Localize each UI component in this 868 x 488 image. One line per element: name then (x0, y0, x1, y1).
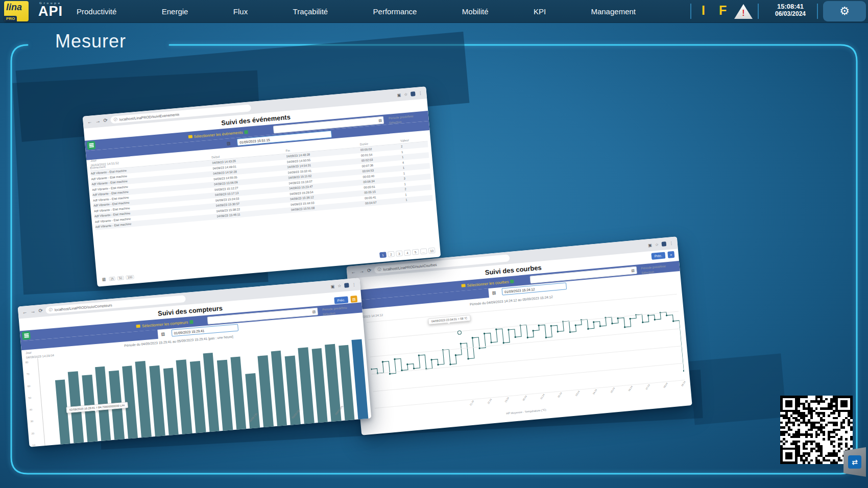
nav-item[interactable]: Flux (233, 7, 248, 16)
pagination: 12345…10 (379, 248, 436, 258)
calendar-icon[interactable]: ▧ (631, 269, 635, 273)
prev-button[interactable]: Préc. (334, 296, 348, 304)
extension-icon[interactable]: ▣ (397, 92, 401, 97)
next-button[interactable]: » (667, 251, 674, 258)
forward-icon[interactable]: → (359, 269, 365, 274)
lina-pro-logo: lina PRO (4, 1, 29, 21)
y-tick: 10 (32, 444, 35, 447)
pagination-item[interactable]: 4 (404, 250, 411, 256)
menu-icon[interactable]: ⋮ (418, 90, 423, 95)
warning-mark: ! (742, 8, 744, 19)
profile-avatar[interactable] (411, 91, 416, 96)
nav-item[interactable]: Energie (162, 7, 188, 16)
refresh-icon[interactable]: ⟳ (38, 308, 43, 314)
back-icon[interactable]: ← (22, 309, 28, 315)
x-tick: 03:24 (575, 391, 580, 397)
nav-item[interactable]: Mobilité (462, 7, 489, 16)
clock-date: 06/03/2024 (766, 10, 815, 17)
calendar-icon[interactable]: ▧ (161, 331, 165, 336)
calendar-icon[interactable]: ▧ (227, 140, 231, 145)
refresh-icon[interactable]: ⟳ (103, 118, 108, 124)
site-info-icon[interactable]: ⓘ (113, 117, 117, 123)
remote-access-tab[interactable]: ⇄ (843, 447, 866, 477)
menu-toggle-button[interactable] (22, 331, 31, 340)
profile-avatar[interactable] (344, 283, 349, 288)
site-info-icon[interactable]: ⓘ (49, 307, 53, 313)
browser-toolbar-icons: ▣ ☆ ⋮ (397, 90, 422, 97)
back-icon[interactable]: ← (351, 269, 356, 275)
select-compteurs-link[interactable]: Sélectionner les compteurs (142, 320, 188, 328)
bookmark-icon[interactable]: ☆ (655, 242, 659, 247)
site-info-icon[interactable]: ⓘ (377, 267, 381, 273)
nav-item[interactable]: Performance (373, 7, 417, 16)
x-tick: 09:24 (681, 381, 686, 387)
forward-icon[interactable]: → (30, 309, 36, 314)
menu-toggle-button[interactable] (87, 141, 95, 150)
x-tick: 07:24 (645, 384, 650, 390)
forward-icon[interactable]: → (95, 118, 101, 124)
pagination-item[interactable]: … (420, 248, 427, 254)
courbes-line-svg (367, 294, 685, 409)
back-icon[interactable]: ← (87, 119, 92, 125)
ok-badge-icon (244, 130, 248, 134)
nav-item[interactable]: KPI (534, 7, 546, 16)
y-tick: 30 (30, 420, 33, 423)
url-text: localhost/LinaPROD/suiviCourbes (383, 263, 437, 272)
settings-button[interactable]: ⚙ (823, 1, 866, 21)
y-tick: 80 (26, 361, 29, 363)
select-courbes-link[interactable]: Sélectionner les courbes (467, 279, 509, 287)
window-suivi-evenements: ← → ⟳ ⓘ localhost/LinaPROD/suiviEvenemen… (83, 86, 441, 287)
page-size-option[interactable]: 100 (126, 275, 134, 279)
extension-icon[interactable]: ▣ (648, 242, 652, 248)
nav-item[interactable]: Traçabilité (293, 7, 328, 16)
nav-divider (690, 4, 691, 19)
y-tick: 40 (29, 408, 32, 411)
status-letter-i: I (702, 3, 705, 18)
ok-badge-icon (189, 320, 194, 324)
shadow-shape (689, 353, 786, 425)
pagination-item[interactable]: 1 (379, 252, 387, 258)
pagination-item[interactable]: 5 (412, 249, 419, 255)
folder-icon (188, 135, 192, 138)
menu-icon[interactable]: ⋮ (352, 282, 356, 287)
refresh-icon[interactable]: ⟳ (367, 268, 372, 274)
pagination-item[interactable]: 2 (388, 251, 395, 257)
y-tick: 50 (28, 397, 31, 399)
nav-divider (758, 4, 759, 19)
calendar-icon[interactable]: ▧ (312, 309, 316, 313)
pagination-item[interactable]: 10 (428, 248, 436, 254)
clock: 15:08:41 06/03/2024 (766, 3, 815, 17)
prev-button[interactable]: Préc. (651, 252, 665, 259)
calendar-icon[interactable]: ▧ (492, 290, 496, 295)
profile-avatar[interactable] (661, 241, 666, 247)
nav-item[interactable]: Management (591, 7, 636, 16)
calendar-icon[interactable]: ▧ (378, 118, 382, 123)
nav-item[interactable]: Productivité (77, 7, 116, 16)
warning-triangle-icon[interactable]: ! (734, 4, 753, 19)
reset-button[interactable]: ▧ (350, 296, 357, 303)
y-tick: 60 (28, 385, 31, 387)
x-tick: 02:24 (558, 392, 563, 398)
bookmark-icon[interactable]: ☆ (404, 92, 408, 97)
nav-menu: ProductivitéEnergieFluxTraçabilitéPerfor… (77, 0, 636, 22)
menu-icon[interactable]: ⋮ (669, 240, 673, 246)
api-groupe-logo: Groupe API (33, 2, 68, 18)
folder-icon (136, 325, 140, 328)
remote-access-icon: ⇄ (848, 455, 861, 469)
courbes-plot[interactable] (367, 294, 685, 409)
browser-toolbar-icons: ▣ ☆ ⋮ (330, 282, 356, 289)
x-tick: 23:24 (504, 397, 510, 403)
grid-icon[interactable]: ▦ (102, 277, 106, 282)
column-header: Valeur (400, 137, 427, 142)
extension-icon[interactable]: ▣ (330, 284, 334, 289)
x-tick: 22:24 (487, 398, 492, 404)
y-tick: 20 (31, 432, 34, 434)
browser-toolbar-icons: ▣ ☆ ⋮ (648, 240, 673, 247)
page-size-option[interactable]: 50 (117, 276, 124, 280)
window-suivi-courbes: ← → ⟳ ⓘ localhost/LinaPROD/suiviCourbes … (346, 236, 692, 435)
y-tick: 70 (27, 373, 30, 375)
logo-lina-text: lina (6, 2, 22, 13)
page-size-option[interactable]: 25 (109, 276, 115, 281)
bookmark-icon[interactable]: ☆ (337, 283, 342, 288)
pagination-item[interactable]: 3 (396, 250, 403, 256)
